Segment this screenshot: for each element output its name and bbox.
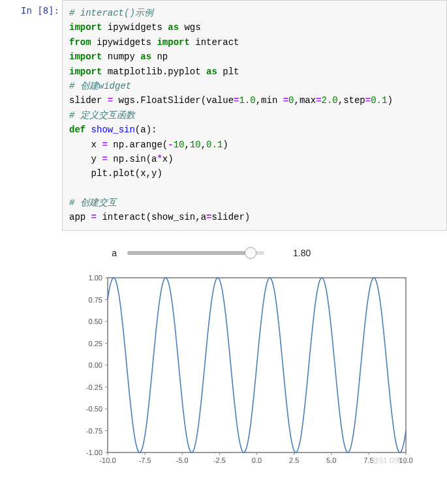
chart-output: -1.00-0.75-0.50-0.250.000.250.500.751.00… xyxy=(62,261,447,471)
code-text: ) xyxy=(387,95,392,106)
svg-text:-0.50: -0.50 xyxy=(86,405,102,413)
code-keyword: as xyxy=(140,52,151,62)
code-op: = xyxy=(108,95,113,106)
code-text: np.arange( xyxy=(108,140,168,150)
code-num: 2.0 xyxy=(322,95,338,106)
svg-text:-5.0: -5.0 xyxy=(176,456,189,464)
code-num: 1.0 xyxy=(239,95,255,106)
code-text: np.sin(a xyxy=(108,154,157,164)
code-text: interact xyxy=(190,37,239,48)
code-text: y xyxy=(69,154,102,164)
float-slider[interactable] xyxy=(127,251,264,255)
svg-text:0.25: 0.25 xyxy=(89,339,102,347)
code-text: plt xyxy=(217,67,239,77)
code-comment: # 创建交互 xyxy=(69,198,117,208)
code-text: numpy xyxy=(102,52,140,62)
code-op: = xyxy=(91,212,97,222)
code-text: plt.plot(x,y) xyxy=(69,168,162,179)
code-text: ) xyxy=(223,140,228,150)
svg-text:-0.25: -0.25 xyxy=(86,383,102,391)
svg-text:0.00: 0.00 xyxy=(89,361,102,369)
svg-text:-1.00: -1.00 xyxy=(86,449,102,456)
code-keyword: def xyxy=(69,125,85,135)
code-text: wgs xyxy=(179,22,201,33)
code-text: , xyxy=(184,140,189,150)
code-op: = xyxy=(283,95,288,106)
slider-widget: a 1.80 xyxy=(62,244,447,261)
code-comment: # 定义交互函数 xyxy=(69,110,135,121)
svg-text:1.00: 1.00 xyxy=(89,274,102,282)
code-text: (a): xyxy=(135,125,157,135)
code-comment: # interact()示例 xyxy=(69,8,153,18)
code-comment: # 创建widget xyxy=(69,81,131,91)
code-num: 0.1 xyxy=(371,95,387,106)
svg-text:-2.5: -2.5 xyxy=(213,456,226,464)
code-keyword: as xyxy=(206,67,217,77)
code-text: x xyxy=(69,140,102,150)
svg-text:2.5: 2.5 xyxy=(289,456,299,464)
code-num: 10 xyxy=(174,140,185,150)
code-editor[interactable]: # interact()示例 import ipywidgets as wgs … xyxy=(62,0,447,231)
code-keyword: as xyxy=(168,22,179,33)
code-text: wgs.FloatSlider(value xyxy=(113,95,234,106)
code-op: = xyxy=(316,95,321,106)
svg-text:-7.5: -7.5 xyxy=(139,456,151,464)
slider-fill xyxy=(127,251,251,255)
svg-text:5.0: 5.0 xyxy=(326,456,336,464)
code-text: ,min xyxy=(256,95,283,106)
code-text: ipywidgets xyxy=(102,22,168,33)
code-text: ipywidgets xyxy=(91,37,157,48)
code-func: show_sin xyxy=(85,125,135,135)
code-text: ,step xyxy=(338,95,365,106)
code-op: = xyxy=(102,140,107,150)
code-op: - xyxy=(168,140,173,150)
input-cell: In [8]: # interact()示例 import ipywidgets… xyxy=(0,0,447,231)
svg-text:0.50: 0.50 xyxy=(89,318,102,325)
code-keyword: import xyxy=(69,67,102,77)
code-text: slider) xyxy=(211,212,250,222)
code-op: = xyxy=(102,154,107,164)
prompt-label: In [8]: xyxy=(0,0,62,16)
code-text: np xyxy=(151,52,168,62)
output-area: a 1.80 -1.00-0.75-0.50-0.250.000.250.500… xyxy=(0,231,447,471)
code-text: ,max xyxy=(294,95,316,106)
code-op: * xyxy=(157,154,162,164)
code-op: = xyxy=(365,95,371,106)
slider-value: 1.80 xyxy=(293,248,311,258)
code-num: 10 xyxy=(190,140,201,150)
svg-text:-10.0: -10.0 xyxy=(99,456,116,464)
code-text: app xyxy=(69,212,91,222)
svg-text:0.0: 0.0 xyxy=(252,456,262,464)
code-keyword: import xyxy=(157,37,189,48)
svg-text:@51  D博客: @51 D博客 xyxy=(372,456,408,464)
code-num: 0 xyxy=(288,95,294,106)
line-chart: -1.00-0.75-0.50-0.250.000.250.500.751.00… xyxy=(62,269,418,471)
code-text: slider xyxy=(69,95,108,106)
code-text: , xyxy=(201,140,206,150)
code-keyword: import xyxy=(69,52,102,62)
code-num: 0.1 xyxy=(206,140,223,150)
svg-text:0.75: 0.75 xyxy=(89,295,102,303)
slider-label: a xyxy=(108,248,117,258)
code-keyword: from xyxy=(69,37,91,48)
code-text: interact(show_sin,a xyxy=(97,212,206,222)
code-text: matplotlib.pyplot xyxy=(102,67,206,77)
slider-thumb[interactable] xyxy=(245,247,256,259)
svg-text:-0.75: -0.75 xyxy=(86,426,102,434)
code-keyword: import xyxy=(69,22,102,33)
code-text: x) xyxy=(162,154,174,164)
